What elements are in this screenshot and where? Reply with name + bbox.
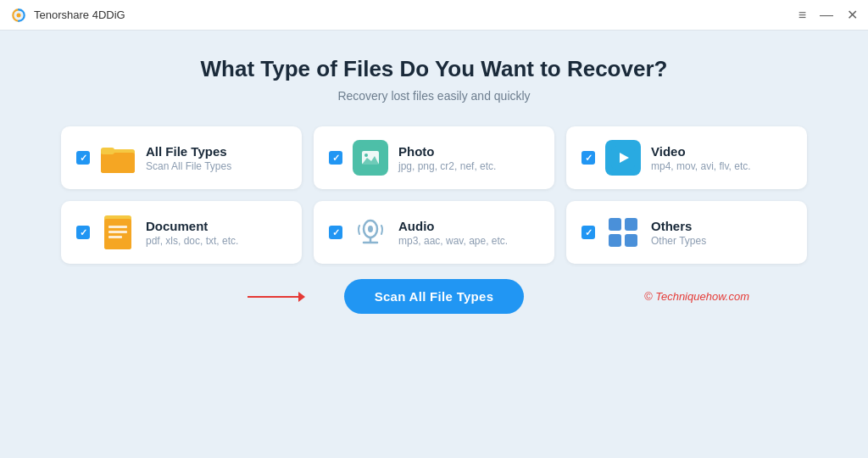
- svg-rect-13: [108, 226, 127, 228]
- svg-point-7: [364, 154, 368, 157]
- file-name-others: Others: [651, 219, 792, 233]
- file-info-all: All File Types Scan All File Types: [146, 144, 287, 172]
- document-icon: [100, 215, 136, 250]
- checkbox-checked-document: [76, 226, 90, 239]
- arrow-line: [248, 296, 298, 298]
- photo-icon: [353, 140, 388, 176]
- bottom-section: Scan All File Types © Techniquehow.com: [51, 264, 817, 322]
- checkbox-audio[interactable]: [329, 226, 342, 239]
- audio-icon: [353, 215, 388, 250]
- file-info-photo: Photo jpg, png, cr2, nef, etc.: [398, 144, 539, 172]
- title-bar: Tenorshare 4DDiG ≡ — ✕: [0, 0, 868, 31]
- file-desc-all: Scan All File Types: [146, 160, 287, 172]
- card-all-file-types[interactable]: All File Types Scan All File Types: [61, 126, 302, 189]
- app-title: Tenorshare 4DDiG: [34, 8, 125, 21]
- minimize-icon[interactable]: —: [820, 8, 833, 22]
- main-content: What Type of Files Do You Want to Recove…: [0, 31, 868, 458]
- scan-button[interactable]: Scan All File Types: [344, 279, 525, 314]
- file-desc-photo: jpg, png, cr2, nef, etc.: [398, 160, 539, 172]
- svg-rect-20: [609, 218, 621, 231]
- close-icon[interactable]: ✕: [847, 8, 858, 22]
- file-desc-video: mp4, mov, avi, flv, etc.: [651, 160, 792, 172]
- checkbox-checked-audio: [329, 226, 342, 239]
- checkbox-checked-video: [581, 151, 595, 165]
- svg-rect-4: [101, 148, 114, 154]
- checkbox-checked-photo: [329, 151, 342, 165]
- file-desc-document: pdf, xls, doc, txt, etc.: [146, 235, 287, 247]
- file-info-others: Others Other Types: [651, 219, 792, 247]
- file-name-audio: Audio: [398, 219, 539, 233]
- svg-point-1: [17, 13, 21, 17]
- svg-rect-12: [104, 219, 131, 249]
- card-others[interactable]: Others Other Types: [566, 201, 807, 264]
- title-bar-controls: ≡ — ✕: [798, 8, 858, 22]
- file-name-all: All File Types: [146, 144, 287, 159]
- video-icon: [605, 140, 641, 176]
- others-icon: [605, 215, 641, 250]
- svg-rect-15: [108, 236, 122, 238]
- watermark-text: © Techniquehow.com: [644, 290, 749, 303]
- arrow-head-icon: [298, 292, 305, 302]
- checkbox-document[interactable]: [76, 226, 90, 239]
- svg-rect-21: [625, 218, 637, 231]
- card-document[interactable]: Document pdf, xls, doc, txt, etc.: [61, 201, 302, 264]
- checkbox-checked-others: [581, 226, 595, 239]
- file-type-grid: All File Types Scan All File Types Photo…: [61, 126, 807, 264]
- file-name-photo: Photo: [398, 144, 539, 159]
- title-bar-left: Tenorshare 4DDiG: [10, 7, 125, 24]
- checkbox-all[interactable]: [76, 151, 90, 165]
- file-desc-others: Other Types: [651, 235, 792, 247]
- card-audio[interactable]: Audio mp3, aac, wav, ape, etc.: [314, 201, 554, 264]
- arrow-container: [248, 292, 305, 302]
- checkbox-video[interactable]: [581, 151, 595, 165]
- svg-point-17: [368, 226, 373, 232]
- file-info-video: Video mp4, mov, avi, flv, etc.: [651, 144, 792, 172]
- svg-rect-23: [625, 234, 637, 247]
- card-video[interactable]: Video mp4, mov, avi, flv, etc.: [566, 126, 807, 189]
- checkbox-photo[interactable]: [329, 151, 342, 165]
- checkbox-others[interactable]: [581, 226, 595, 239]
- svg-rect-14: [108, 231, 127, 233]
- checkbox-checked-all: [76, 151, 90, 165]
- folder-icon: [100, 140, 136, 176]
- file-info-audio: Audio mp3, aac, wav, ape, etc.: [398, 219, 539, 247]
- page-subtitle: Recovery lost files easily and quickly: [337, 89, 530, 103]
- svg-rect-22: [609, 234, 621, 247]
- file-desc-audio: mp3, aac, wav, ape, etc.: [398, 235, 539, 247]
- card-photo[interactable]: Photo jpg, png, cr2, nef, etc.: [314, 126, 554, 189]
- file-name-video: Video: [651, 144, 792, 159]
- file-name-document: Document: [146, 219, 287, 233]
- file-info-document: Document pdf, xls, doc, txt, etc.: [146, 219, 287, 247]
- app-logo-icon: [10, 7, 27, 24]
- page-title: What Type of Files Do You Want to Recove…: [201, 56, 668, 82]
- svg-rect-3: [101, 153, 135, 173]
- menu-icon[interactable]: ≡: [798, 8, 806, 22]
